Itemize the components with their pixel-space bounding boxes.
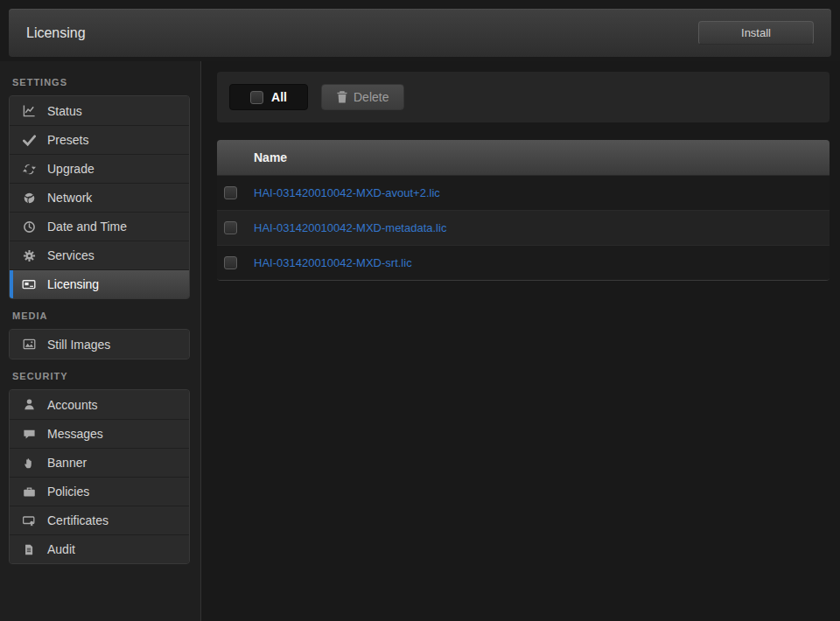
check-icon <box>22 133 36 147</box>
globe-icon <box>22 191 36 205</box>
gear-icon <box>22 248 36 262</box>
sidebar-item-audit[interactable]: Audit <box>10 534 189 563</box>
sidebar-item-licensing[interactable]: Licensing <box>10 269 189 298</box>
license-file-link[interactable]: HAI-031420010042-MXD-srt.lic <box>254 256 412 269</box>
sidebar-item-still-images[interactable]: Still Images <box>10 330 189 359</box>
certificate-icon <box>22 513 36 527</box>
table-row: HAI-031420010042-MXD-metadata.lic <box>217 210 830 245</box>
sidebar-item-presets[interactable]: Presets <box>10 125 189 154</box>
sidebar-item-label: Presets <box>47 133 88 147</box>
sidebar-item-certificates[interactable]: Certificates <box>10 506 189 534</box>
sidebar-item-accounts[interactable]: Accounts <box>10 390 189 419</box>
document-icon <box>22 542 36 556</box>
trash-icon <box>337 91 347 103</box>
refresh-icon <box>22 162 36 176</box>
delete-button[interactable]: Delete <box>321 84 404 110</box>
speech-bubble-icon <box>22 427 36 441</box>
table-row: HAI-031420010042-MXD-srt.lic <box>217 245 830 280</box>
main-content: All Delete Name HAI-031420010042-MXD-avo… <box>201 61 840 621</box>
nav-group-media: Still Images <box>9 329 190 359</box>
briefcase-icon <box>22 485 36 499</box>
line-chart-icon <box>22 104 36 118</box>
sidebar-item-network[interactable]: Network <box>10 183 189 212</box>
clock-icon <box>22 220 36 234</box>
list-toolbar: All Delete <box>217 72 830 122</box>
main-layout: SETTINGS Status Presets Upgrade <box>0 61 840 621</box>
install-button[interactable]: Install <box>698 21 814 45</box>
license-card-icon <box>22 277 36 291</box>
sidebar-item-label: Certificates <box>47 513 108 527</box>
row-checkbox[interactable] <box>224 186 237 199</box>
section-label-media: MEDIA <box>12 310 200 321</box>
sidebar-item-messages[interactable]: Messages <box>10 419 189 448</box>
sidebar-item-label: Status <box>47 104 82 118</box>
select-all-label: All <box>271 90 287 104</box>
section-label-settings: SETTINGS <box>12 77 200 87</box>
page-title: Licensing <box>26 25 86 41</box>
sidebar-item-label: Audit <box>47 542 75 556</box>
select-all-checkbox[interactable] <box>250 91 263 104</box>
sidebar-item-label: Messages <box>47 427 103 441</box>
section-label-security: SECURITY <box>12 371 200 381</box>
row-checkbox[interactable] <box>224 256 237 269</box>
sidebar: SETTINGS Status Presets Upgrade <box>0 61 201 621</box>
table-header-row: Name <box>217 140 830 175</box>
person-icon <box>22 398 36 412</box>
sidebar-item-policies[interactable]: Policies <box>10 477 189 506</box>
nav-group-security: Accounts Messages Banner Policies <box>9 389 190 564</box>
hand-icon <box>22 456 36 470</box>
table-row: HAI-031420010042-MXD-avout+2.lic <box>217 175 830 210</box>
sidebar-item-label: Still Images <box>47 338 110 352</box>
sidebar-item-date-and-time[interactable]: Date and Time <box>10 212 189 241</box>
sidebar-item-label: Network <box>47 191 92 205</box>
sidebar-item-upgrade[interactable]: Upgrade <box>10 154 189 183</box>
image-icon <box>22 338 36 352</box>
sidebar-item-label: Licensing <box>47 277 99 291</box>
sidebar-item-label: Upgrade <box>47 162 94 176</box>
license-file-link[interactable]: HAI-031420010042-MXD-metadata.lic <box>254 221 446 234</box>
sidebar-item-label: Policies <box>47 485 89 499</box>
sidebar-item-label: Accounts <box>47 398 98 412</box>
sidebar-item-services[interactable]: Services <box>10 241 189 269</box>
sidebar-item-label: Date and Time <box>47 220 127 234</box>
license-table: Name HAI-031420010042-MXD-avout+2.lic HA… <box>217 140 830 281</box>
delete-label: Delete <box>354 90 388 104</box>
sidebar-item-label: Services <box>47 248 94 262</box>
license-file-link[interactable]: HAI-031420010042-MXD-avout+2.lic <box>254 186 440 199</box>
page-header: Licensing Install <box>9 9 831 57</box>
select-all-button[interactable]: All <box>229 84 308 110</box>
sidebar-item-status[interactable]: Status <box>10 96 189 125</box>
nav-group-settings: Status Presets Upgrade Network <box>9 95 190 299</box>
column-header-name: Name <box>217 150 287 164</box>
row-checkbox[interactable] <box>224 221 237 234</box>
sidebar-item-label: Banner <box>47 456 87 470</box>
sidebar-item-banner[interactable]: Banner <box>10 448 189 477</box>
